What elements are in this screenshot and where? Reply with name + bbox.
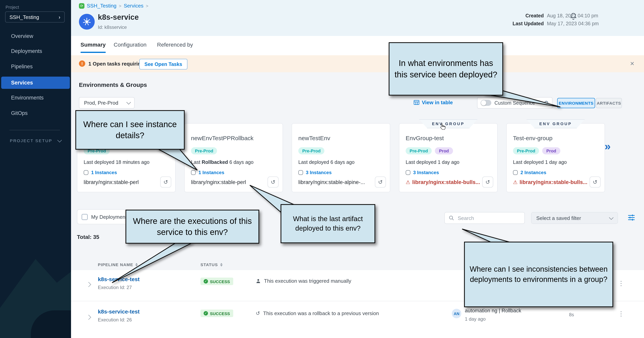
tab-summary[interactable]: Summary bbox=[80, 42, 106, 48]
expand-chevron-icon[interactable] bbox=[86, 282, 91, 287]
kebab-menu-icon[interactable]: ⋮ bbox=[618, 279, 624, 287]
project-label: Project bbox=[6, 5, 19, 10]
chevron-down-icon bbox=[58, 138, 62, 142]
notification-bell-icon[interactable] bbox=[569, 12, 578, 22]
cursor-pointer-icon bbox=[439, 123, 446, 132]
instances-link[interactable]: 3 Instances bbox=[298, 170, 332, 175]
instance-icon bbox=[298, 170, 303, 175]
breadcrumb-project-link[interactable]: SSH_Testing bbox=[87, 3, 116, 9]
custom-sequence-label: Custom Sequence bbox=[494, 100, 540, 106]
tab-environments-toggle[interactable]: ENVIRONMENTS bbox=[557, 98, 595, 108]
env-type-filter-dropdown[interactable]: Prod, Pre-Prod bbox=[79, 97, 134, 109]
rollback-icon: ↺ bbox=[256, 310, 260, 316]
sidebar-item-deployments[interactable]: Deployments bbox=[1, 46, 70, 57]
redeploy-icon[interactable]: ↺ bbox=[160, 176, 171, 188]
warning-icon: ! bbox=[79, 60, 85, 67]
kebab-menu-icon[interactable]: ⋮ bbox=[618, 310, 624, 317]
env-type-badge: Prod bbox=[435, 147, 453, 154]
project-setup-toggle[interactable]: PROJECT SETUP bbox=[10, 138, 61, 143]
env-group-card[interactable]: ENV GROUP Test-env-group Pre-Prod Prod L… bbox=[506, 123, 605, 192]
breadcrumb-services-link[interactable]: Services bbox=[124, 3, 144, 9]
callout-environments: In what environments has this service be… bbox=[389, 42, 503, 96]
callout-executions: Where are the executions of this service… bbox=[126, 210, 259, 244]
env-group-tag: ENV GROUP bbox=[526, 119, 585, 128]
chevron-right-icon: › bbox=[58, 14, 60, 20]
pipeline-link[interactable]: k8s-service-test bbox=[98, 276, 140, 282]
instances-link[interactable]: 2 Instances bbox=[513, 170, 546, 175]
sidebar-item-environments[interactable]: Environments bbox=[1, 92, 70, 103]
chevron-down-icon bbox=[609, 215, 614, 220]
sidebar-item-services[interactable]: Services bbox=[1, 77, 70, 89]
my-deployments-checkbox[interactable] bbox=[82, 214, 88, 220]
table-icon bbox=[414, 100, 420, 105]
column-header-pipeline[interactable]: PIPELINE NAME bbox=[98, 262, 138, 267]
toggle-knob bbox=[481, 100, 486, 105]
last-deployed: Last deployed 18 minutes ago bbox=[84, 160, 150, 165]
tab-configuration[interactable]: Configuration bbox=[114, 42, 146, 48]
total-count: Total: 35 bbox=[77, 234, 99, 240]
instance-icon bbox=[406, 170, 410, 175]
artifact-name-error: ⚠library/nginx:stable-bulls... bbox=[406, 179, 480, 185]
view-in-table-button[interactable]: View in table bbox=[414, 100, 453, 105]
see-open-tasks-button[interactable]: See Open Tasks bbox=[139, 59, 187, 70]
avatar: AN bbox=[452, 309, 461, 318]
env-card[interactable]: newEnvTestPPRollback Pre-Prod Last Rollb… bbox=[184, 123, 283, 192]
trigger-info: This execution was triggered manually bbox=[256, 278, 351, 284]
sort-icon[interactable] bbox=[220, 263, 222, 266]
check-icon: ✓ bbox=[204, 311, 208, 315]
my-deployments-label: My Deployments bbox=[91, 214, 130, 220]
page-title: k8s-service bbox=[98, 13, 139, 22]
instances-link[interactable]: 1 Instances bbox=[191, 170, 224, 175]
env-type-badge: Pre-Prod bbox=[298, 147, 324, 154]
sort-icon[interactable] bbox=[136, 263, 138, 266]
last-deployed: Last deployed 1 day ago bbox=[406, 160, 459, 165]
service-id: Id: k8sservice bbox=[98, 25, 127, 30]
gear-icon[interactable]: ⚙ bbox=[544, 100, 549, 106]
search-input[interactable] bbox=[457, 215, 518, 221]
artifact-name: library/nginx:stable-perl bbox=[191, 179, 246, 185]
sidebar-item-gitops[interactable]: GitOps bbox=[1, 107, 70, 118]
pipeline-link[interactable]: k8s-service-test bbox=[98, 308, 140, 315]
sidebar-item-pipelines[interactable]: Pipelines bbox=[1, 61, 70, 72]
last-deployed: Last Rollbacked 6 days ago bbox=[191, 160, 254, 165]
warning-triangle-icon: ⚠ bbox=[406, 179, 410, 185]
execution-time: 1 day ago bbox=[465, 316, 486, 322]
execution-id: Execution Id: 27 bbox=[98, 285, 132, 290]
sidebar-divider bbox=[10, 130, 60, 130]
warning-triangle-icon: ⚠ bbox=[513, 179, 518, 185]
app-window: Project SSH_Testing › Overview Deploymen… bbox=[0, 0, 644, 338]
redeploy-icon[interactable]: ↺ bbox=[482, 176, 493, 188]
person-icon bbox=[256, 278, 261, 284]
sidebar-item-overview[interactable]: Overview bbox=[1, 31, 70, 42]
environments-groups-heading: Environments & Groups bbox=[79, 81, 147, 88]
service-meta: Created Aug 18, 2022 04:10 pm Last Updat… bbox=[505, 13, 599, 27]
env-card[interactable]: newTestEnv Pre-Prod Last deployed 6 days… bbox=[292, 123, 390, 192]
column-header-status[interactable]: STATUS bbox=[200, 262, 222, 267]
expand-chevron-icon[interactable] bbox=[86, 315, 91, 320]
custom-sequence-toggle[interactable] bbox=[481, 100, 491, 106]
redeploy-icon[interactable]: ↺ bbox=[590, 176, 600, 188]
callout-last-artifact: What is the last artifact deployed to th… bbox=[280, 204, 375, 243]
project-selector[interactable]: SSH_Testing › bbox=[5, 12, 65, 23]
filter-sliders-icon[interactable] bbox=[628, 214, 635, 223]
scroll-right-chevron-icon[interactable]: » bbox=[604, 140, 611, 153]
kubernetes-icon bbox=[79, 14, 95, 30]
env-group-card[interactable]: ENV GROUP EnvGroup-test Pre-Prod Prod La… bbox=[399, 123, 498, 192]
saved-filter-dropdown[interactable]: Select a saved filter bbox=[531, 212, 618, 224]
instances-link[interactable]: 1 Instances bbox=[84, 170, 117, 175]
tab-artifacts-toggle[interactable]: ARTIFACTS bbox=[596, 98, 622, 108]
tab-referenced-by[interactable]: Referenced by bbox=[157, 42, 193, 48]
active-tab-indicator bbox=[80, 52, 106, 53]
search-icon bbox=[449, 215, 454, 221]
instances-link[interactable]: 3 Instances bbox=[406, 170, 439, 175]
redeploy-icon[interactable]: ↺ bbox=[268, 176, 278, 188]
close-icon[interactable]: ✕ bbox=[630, 60, 634, 67]
breadcrumb-separator: > bbox=[146, 3, 148, 8]
cd-module-icon: ⟳ bbox=[79, 3, 84, 9]
env-type-badge: Prod bbox=[542, 147, 560, 154]
env-type-badge: Pre-Prod bbox=[191, 147, 217, 154]
redeploy-icon[interactable]: ↺ bbox=[375, 176, 386, 188]
env-name: Test-env-group bbox=[513, 135, 552, 141]
check-icon: ✓ bbox=[204, 279, 208, 283]
callout-inconsistencies: Where can I see inconsistencies between … bbox=[464, 242, 613, 307]
